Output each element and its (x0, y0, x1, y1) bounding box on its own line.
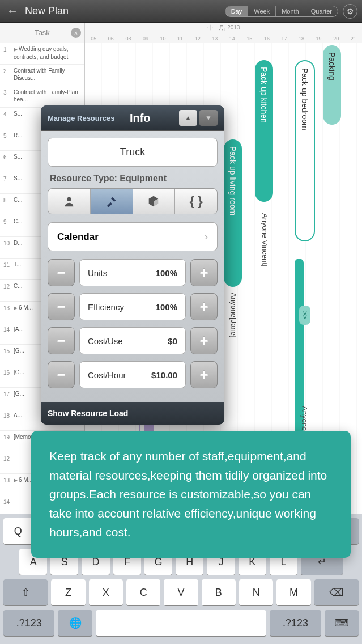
key-z[interactable]: Z (51, 579, 85, 605)
task-text: [A... (14, 325, 24, 333)
view-week[interactable]: Week (248, 6, 276, 16)
day-tick: 14 (224, 36, 241, 41)
key-m[interactable]: M (276, 579, 310, 605)
down-arrow-button[interactable]: ▼ (199, 110, 218, 126)
resource-type-segment: { } (48, 188, 218, 214)
numeric-key-right[interactable]: .?123 (270, 610, 321, 636)
task-row[interactable]: 3Contract with Family-Plan hea... (0, 86, 84, 108)
plus-button[interactable]: + (190, 293, 218, 320)
task-number: 7 (3, 175, 14, 182)
month-label: 十二月, 2013 (207, 24, 240, 32)
task-text: C... (14, 218, 23, 225)
type-group-icon[interactable]: { } (175, 189, 217, 214)
top-toolbar: ← New Plan Day Week Month Quarter ⚙ (0, 0, 362, 23)
close-task-icon[interactable]: × (71, 28, 81, 38)
field-value: $10.00 (151, 370, 177, 380)
task-number: 16 (3, 368, 14, 376)
numeric-row: −Cost/Hour$10.00+ (48, 361, 218, 388)
numeric-field[interactable]: Efficiency100% (79, 293, 186, 320)
task-number: 14 (3, 325, 14, 333)
plan-title: New Plan (25, 5, 225, 17)
type-person-icon[interactable] (48, 189, 91, 214)
view-month[interactable]: Month (276, 6, 305, 16)
popover-footer: Show Resource Load (41, 402, 224, 425)
minus-button[interactable]: − (48, 361, 75, 388)
assignee-label: Anyone[ (300, 406, 309, 433)
task-number: 19 (3, 433, 14, 440)
header-row: Task × 十二月, 2013 05060809101112131415161… (0, 23, 362, 43)
back-button[interactable]: ← (5, 3, 20, 19)
task-text: C... (14, 196, 23, 204)
svg-point-0 (67, 197, 71, 201)
help-tooltip: Keep track of any number of staff,equipm… (31, 431, 351, 558)
gantt-bar[interactable]: Packing (323, 45, 341, 125)
numeric-key[interactable]: .?123 (3, 610, 54, 636)
plus-button[interactable]: + (190, 361, 218, 388)
task-number: 3 (3, 88, 14, 96)
key-x[interactable]: X (89, 579, 123, 605)
day-tick: 15 (241, 36, 258, 41)
resource-name-field[interactable]: Truck (48, 138, 218, 167)
task-row[interactable]: 1▶Wedding day goals, contracts, and budg… (0, 43, 84, 65)
task-text: S... (14, 110, 22, 117)
calendar-row[interactable]: Calendar › (48, 222, 218, 251)
type-material-icon[interactable] (133, 189, 176, 214)
task-header-label: Task (35, 28, 50, 37)
numeric-field[interactable]: Cost/Use$0 (79, 327, 186, 354)
field-label: Cost/Hour (88, 370, 151, 380)
key-n[interactable]: N (239, 579, 273, 605)
assignee-label: Anyone[Vincent] (261, 213, 269, 266)
gantt-bar[interactable]: Pack up bedroom (295, 60, 315, 242)
day-tick: 06 (103, 36, 120, 41)
numeric-field[interactable]: Cost/Hour$10.00 (79, 361, 186, 388)
task-number: 12 (3, 455, 14, 462)
view-day[interactable]: Day (225, 6, 249, 16)
plus-button[interactable]: + (190, 259, 218, 286)
globe-key[interactable]: 🌐 (58, 610, 92, 636)
day-tick: 18 (293, 36, 310, 41)
popover-title: Info (104, 112, 177, 125)
task-text: ▶6 M... (14, 476, 33, 484)
task-number: 10 (3, 239, 14, 247)
key-q[interactable]: Q (3, 518, 33, 544)
task-row[interactable]: 2Contract with Family - Discus... (0, 65, 84, 86)
day-tick: 17 (275, 36, 293, 41)
show-resource-load-button[interactable]: Show Resource Load (48, 409, 218, 418)
resource-info-popover: Manage Resources Info ▲ ▼ Truck Resource… (41, 105, 224, 425)
minus-button[interactable]: − (48, 327, 75, 354)
key-v[interactable]: V (164, 579, 198, 605)
minus-button[interactable]: − (48, 293, 75, 320)
minus-button[interactable]: − (48, 259, 75, 286)
day-tick: 12 (189, 36, 206, 41)
numeric-row: −Cost/Use$0+ (48, 327, 218, 354)
shift-key[interactable]: ⇧ (3, 579, 48, 605)
space-key[interactable] (96, 610, 267, 636)
type-equipment-icon[interactable] (91, 189, 133, 214)
task-text: A... (14, 412, 22, 419)
gantt-bar[interactable]: Pack up living room (224, 139, 242, 287)
task-text: [G... (14, 368, 24, 376)
task-text: [G... (14, 347, 24, 354)
expand-chevron-icon[interactable]: >> (299, 306, 310, 325)
gantt-bar[interactable]: Pack up kitchen (255, 60, 273, 202)
task-number: 11 (3, 261, 14, 268)
dismiss-keyboard-key[interactable]: ⌨ (325, 610, 359, 636)
task-text: [G... (14, 390, 24, 397)
numeric-field[interactable]: Units100% (79, 259, 186, 286)
chevron-right-icon: › (205, 231, 208, 243)
key-b[interactable]: B (202, 579, 236, 605)
plus-button[interactable]: + (190, 327, 218, 354)
popover-header: Manage Resources Info ▲ ▼ (41, 105, 224, 131)
task-text: T... (14, 261, 21, 268)
popover-body: Truck Resource Type: Equipment { } Calen… (41, 131, 224, 402)
field-value: 100% (156, 302, 177, 312)
backspace-key[interactable]: ⌫ (314, 579, 359, 605)
view-quarter[interactable]: Quarter (305, 6, 338, 16)
day-ticks: 05060809101112131415161718192021 (85, 36, 362, 41)
gear-icon[interactable]: ⚙ (343, 4, 357, 19)
task-number: 9 (3, 218, 14, 225)
up-arrow-button[interactable]: ▲ (179, 110, 197, 126)
numeric-row: −Efficiency100%+ (48, 293, 218, 320)
task-column-header: Task × (0, 23, 85, 43)
key-c[interactable]: C (126, 579, 160, 605)
